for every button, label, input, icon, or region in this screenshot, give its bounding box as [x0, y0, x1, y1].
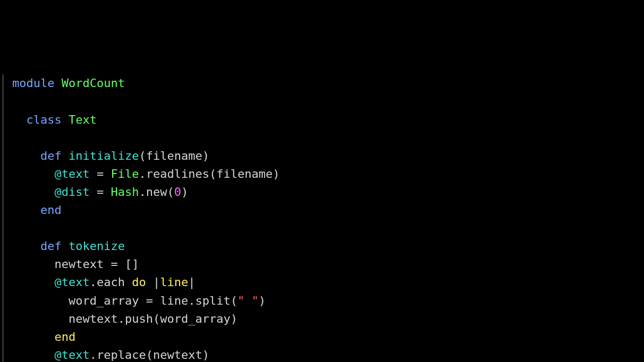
object: line: [160, 294, 188, 307]
constant: File: [111, 167, 139, 180]
code-line: class Text: [12, 113, 97, 126]
argument: word_array: [160, 312, 230, 325]
object: newtext: [69, 312, 118, 325]
code-line: @text = File.readlines(filename): [12, 167, 279, 180]
dot: .: [139, 167, 146, 180]
code-line: module WordCount: [12, 76, 125, 90]
paren: ): [231, 312, 238, 325]
argument: filename: [216, 167, 273, 180]
dot: .: [90, 275, 97, 289]
method-call: replace: [97, 348, 146, 361]
method-name: initialize: [69, 149, 139, 162]
keyword-module: module: [12, 76, 54, 90]
block-param: line: [160, 275, 188, 289]
param: filename: [146, 149, 202, 162]
operator: =: [97, 167, 104, 180]
method-call: each: [97, 275, 125, 289]
paren: (: [139, 149, 146, 162]
pipe: |: [188, 275, 195, 289]
code-line: newtext.push(word_array): [12, 312, 238, 325]
operator: =: [146, 294, 153, 307]
paren: ): [202, 149, 209, 162]
paren: ): [259, 294, 266, 307]
instance-variable: @text: [54, 167, 89, 180]
dot: .: [90, 348, 97, 361]
code-line: end: [12, 203, 62, 217]
instance-variable: @text: [54, 275, 89, 289]
paren: (: [167, 185, 174, 199]
code-line: newtext = []: [12, 257, 139, 271]
dot: .: [188, 294, 195, 307]
operator: =: [97, 185, 104, 199]
pipe: |: [153, 275, 160, 289]
class-name: Text: [69, 113, 97, 126]
paren: (: [209, 167, 216, 180]
code-line: @text.each do |line|: [12, 275, 195, 289]
method-call: push: [125, 312, 153, 325]
keyword-def: def: [40, 239, 62, 253]
code-line: @dist = Hash.new(0): [12, 185, 188, 199]
array-literal: []: [125, 257, 139, 271]
code-line: def tokenize: [12, 239, 125, 253]
keyword-def: def: [40, 149, 62, 162]
local-variable: word_array: [69, 294, 139, 307]
keyword-do: do: [132, 275, 146, 289]
string-literal: " ": [238, 294, 259, 307]
code-line: @text.replace(newtext): [12, 348, 209, 361]
constant: Hash: [111, 185, 139, 199]
argument: newtext: [153, 348, 202, 361]
instance-variable: @text: [54, 348, 89, 361]
code-line: end: [12, 330, 75, 343]
module-name: WordCount: [62, 76, 125, 90]
paren: ): [202, 348, 209, 361]
method-name: tokenize: [69, 239, 125, 253]
paren: (: [231, 294, 238, 307]
code-editor[interactable]: module WordCount class Text def initiali…: [2, 74, 642, 362]
local-variable: newtext: [54, 257, 104, 271]
paren: (: [146, 348, 153, 361]
paren: ): [181, 185, 188, 199]
method-call: split: [195, 294, 230, 307]
operator: =: [111, 257, 117, 271]
number: 0: [174, 185, 181, 199]
method-call: new: [146, 185, 167, 199]
paren: (: [153, 312, 160, 325]
keyword-end: end: [40, 203, 62, 217]
dot: .: [118, 312, 125, 325]
paren: ): [273, 167, 279, 180]
keyword-class: class: [27, 113, 62, 126]
code-line: def initialize(filename): [12, 149, 209, 162]
method-call: readlines: [146, 167, 209, 180]
instance-variable: @dist: [54, 185, 89, 199]
code-line: word_array = line.split(" "): [12, 294, 266, 307]
dot: .: [139, 185, 146, 199]
keyword-end: end: [54, 330, 75, 343]
